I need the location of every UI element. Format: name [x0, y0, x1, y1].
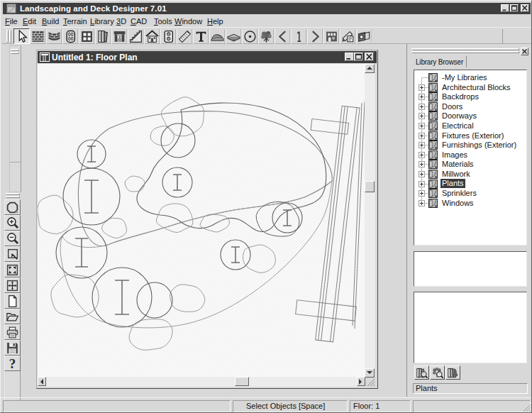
svg-text:?: ? [9, 357, 16, 370]
